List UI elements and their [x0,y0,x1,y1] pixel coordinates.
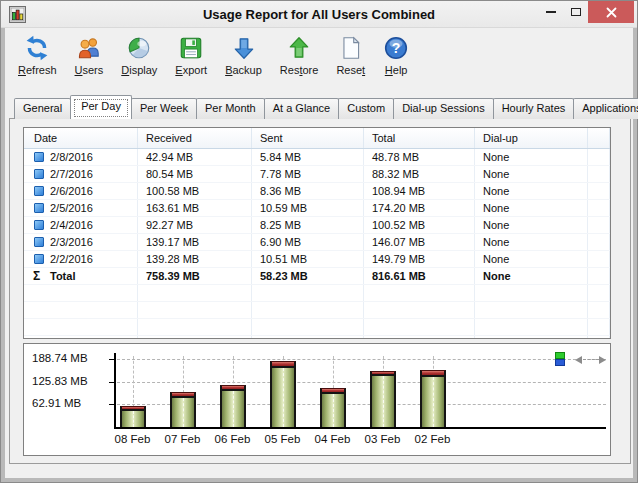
toolbar-label: Export [175,64,207,76]
restore-button[interactable]: Restore [273,32,326,78]
tab-applications[interactable]: Applications [573,98,638,119]
chart-bar [120,406,146,427]
export-save-icon [178,35,204,61]
table-row[interactable]: 2/5/2016163.61 MB10.59 MB174.20 MBNone [24,200,610,217]
cell-date [24,302,138,318]
toolbar-label: Backup [225,64,262,76]
refresh-button[interactable]: Refresh [11,32,64,78]
chart-y-label: 62.91 MB [32,397,106,409]
cell-date: 2/8/2016 [24,149,138,165]
cell-dialup: None [475,149,588,165]
chart-bar-received [272,368,294,427]
table-total-row[interactable]: ΣTotal758.39 MB58.23 MB816.61 MBNone [24,268,610,285]
cell-total: 146.07 MB [364,234,475,250]
tab-per-month[interactable]: Per Month [196,98,265,119]
export-button[interactable]: Export [168,32,214,78]
chart-gridline-h [117,382,606,383]
cell-dialup: None [475,183,588,199]
display-pie-icon [126,35,152,61]
table-row[interactable]: 2/7/201680.54 MB7.78 MB88.32 MBNone [24,166,610,183]
cell-received: 139.28 MB [138,251,252,267]
cell-date: 2/2/2016 [24,251,138,267]
chart-bar [220,385,246,427]
toolbar-label: Users [75,64,104,76]
cell-extra [588,149,610,165]
chart-scroll-left-icon[interactable] [575,356,582,364]
cell-received: 92.27 MB [138,217,252,233]
chart-scroll-right-icon[interactable] [599,356,606,364]
cell-dialup [475,302,588,318]
users-button[interactable]: Users [68,32,111,78]
tab-hourly-rates[interactable]: Hourly Rates [493,98,575,119]
cell-sent: 7.78 MB [252,166,364,182]
cell-dialup [475,319,588,335]
toolbar-label: Refresh [18,64,57,76]
table-row[interactable]: 2/3/2016139.17 MB6.90 MB146.07 MBNone [24,234,610,251]
table-empty-row [24,302,610,319]
chart-tick [109,404,115,405]
column-header-total[interactable]: Total [364,128,475,148]
table-row[interactable]: 2/6/2016100.58 MB8.36 MB108.94 MBNone [24,183,610,200]
toolbar-label: Help [385,64,408,76]
chart-x-label: 03 Feb [356,433,410,445]
cell-dialup [475,285,588,301]
cell-received: 758.39 MB [138,268,252,284]
cell-total: 816.61 MB [364,268,475,284]
tab-page-per-day: Date Received Sent Total Dial-up 2/8/201… [9,118,631,464]
table-row[interactable]: 2/8/201642.94 MB5.84 MB48.78 MBNone [24,149,610,166]
day-icon [34,152,44,162]
display-button[interactable]: Display [114,32,164,78]
cell-sent: 8.36 MB [252,183,364,199]
cell-dialup [475,336,588,339]
table-empty-row [24,336,610,339]
cell-dialup: None [475,200,588,216]
column-header-dialup[interactable]: Dial-up [475,128,588,148]
app-window: Usage Report for All Users Combined Refr… [0,0,638,483]
cell-extra [588,234,610,250]
table-row[interactable]: 2/2/2016139.28 MB10.51 MB149.79 MBNone [24,251,610,268]
tab-dial-up-sessions[interactable]: Dial-up Sessions [393,98,494,119]
tab-general[interactable]: General [14,98,71,119]
cell-extra [588,336,610,339]
reset-button[interactable]: Reset [329,32,372,78]
tab-at-a-glance[interactable]: At a Glance [264,98,339,119]
column-header-sent[interactable]: Sent [252,128,364,148]
tab-custom[interactable]: Custom [338,98,394,119]
usage-table: Date Received Sent Total Dial-up 2/8/201… [23,127,611,339]
cell-dialup: None [475,217,588,233]
cell-date: 2/3/2016 [24,234,138,250]
cell-date [24,285,138,301]
cell-extra [588,302,610,318]
close-button[interactable] [588,1,634,23]
cell-extra [588,319,610,335]
chart-x-axis [114,427,606,429]
cell-dialup: None [475,251,588,267]
backup-button[interactable]: Backup [218,32,269,78]
cell-total [364,285,475,301]
cell-date: 2/4/2016 [24,217,138,233]
cell-date: 2/6/2016 [24,183,138,199]
chart-bar-received [322,394,344,427]
title-bar: Usage Report for All Users Combined [1,1,637,28]
chart-legend[interactable] [555,352,565,366]
chart-y-label: 188.74 MB [32,352,106,364]
tab-per-day[interactable]: Per Day [70,95,132,119]
column-header-date[interactable]: Date [24,128,138,148]
cell-total: 149.79 MB [364,251,475,267]
table-row[interactable]: 2/4/201692.27 MB8.25 MB100.52 MBNone [24,217,610,234]
cell-received: 42.94 MB [138,149,252,165]
help-button[interactable]: ? Help [376,32,416,78]
cell-dialup: None [475,268,588,284]
column-header-received[interactable]: Received [138,128,252,148]
maximize-button[interactable] [563,1,588,23]
legend-sent-swatch [555,359,565,366]
chart-bar [420,370,446,427]
toolbar: Refresh Users Display [11,32,416,92]
minimize-button[interactable] [538,1,563,23]
tab-per-week[interactable]: Per Week [131,98,197,119]
cell-sent [252,336,364,339]
cell-received: 139.17 MB [138,234,252,250]
restore-up-arrow-icon [286,35,312,61]
toolbar-label: Reset [336,64,365,76]
toolbar-label: Restore [280,64,319,76]
